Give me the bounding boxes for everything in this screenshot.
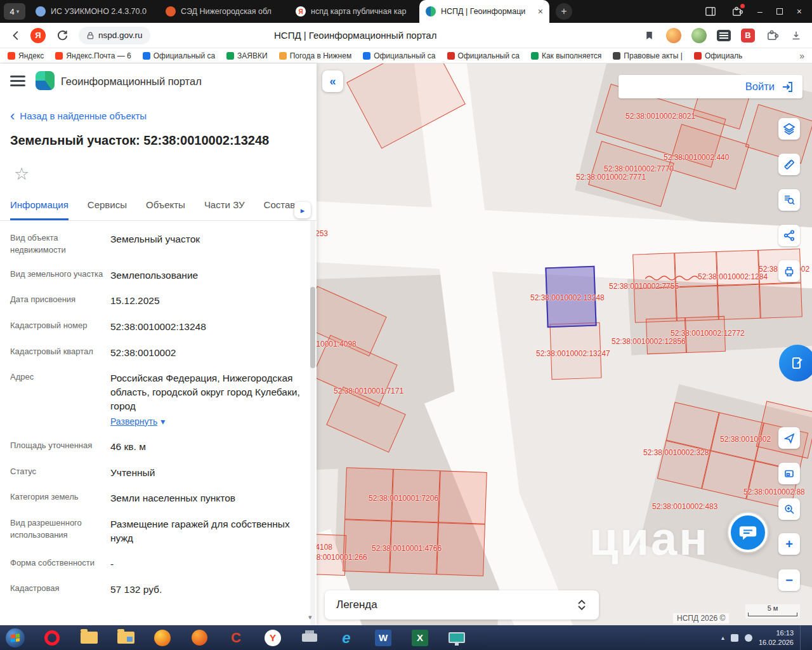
puzzle-icon[interactable] [765,29,779,43]
reader-panel-icon[interactable] [717,30,731,41]
scrollbar-thumb[interactable] [310,287,315,368]
browser-tab-1[interactable]: ИС УЗИКМОНО 2.4.3.70.0 [29,0,159,23]
login-button[interactable]: Войти [619,75,802,98]
info-panel: Геоинформационный портал ‹ Назад в найде… [0,63,317,625]
bookmark-item[interactable]: Официальный са [447,51,520,60]
side-panel-icon[interactable] [704,5,717,18]
tab-composition[interactable]: Состав [264,199,296,220]
bookmark-flag-icon[interactable] [642,29,656,43]
bookmark-item[interactable]: Яндекс [8,51,44,60]
bookmark-favicon [55,52,63,60]
legend-bar[interactable]: Легенда [325,590,599,620]
b-badge-icon[interactable]: B [741,29,755,43]
scroll-down-arrow[interactable]: ▾ [308,613,312,621]
search-area-button[interactable] [778,498,800,520]
browser-tab-3[interactable]: Я нспд карта публичная кар [289,0,419,23]
feedback-widget-button[interactable] [779,345,812,381]
parcel-label: 52:38:0010002:12856 [612,337,686,346]
back-to-results-link[interactable]: ‹ Назад в найденные объекты [10,110,147,121]
minimize-button[interactable]: – [757,6,763,17]
bookmark-item[interactable]: Официальный са [363,51,435,60]
field-value: Земли населенных пунктов [110,491,304,505]
zoom-in-button[interactable]: + [778,533,800,555]
parcel-label: :4108 [317,543,332,552]
yandex-browser-icon[interactable]: Y [263,628,283,648]
extensions-icon[interactable] [731,5,743,18]
bookmark-item[interactable]: Правовые акты | [613,51,683,60]
avatar-icon-1[interactable] [666,28,681,43]
bookmark-item[interactable]: Как выполняется [531,51,601,60]
bookmark-item[interactable]: ЗАЯВКИ [226,51,268,60]
close-tab-icon[interactable]: × [538,6,543,17]
bookmarks-overflow-button[interactable]: » [799,51,804,61]
maximize-button[interactable] [776,8,783,15]
tab-count: 4 [10,7,15,17]
bookmark-item[interactable]: Яндекс.Почта — 6 [55,51,131,60]
tab-title: СЭД Нижегородская обл [181,7,283,16]
tab-count-button[interactable]: 4▾ [4,3,25,20]
bookmarks-bar: Яндекс Яндекс.Почта — 6 Официальный са З… [0,48,812,63]
object-title: Земельный участок: 52:38:0010002:13248 [10,133,306,148]
print-button[interactable] [778,260,800,282]
orange-app-icon[interactable] [189,628,209,648]
locate-button[interactable] [778,427,800,449]
word-icon[interactable]: W [373,628,393,648]
excel-icon[interactable]: X [410,628,430,648]
tray-icon[interactable] [731,634,738,642]
bookmark-item[interactable]: Официаль [694,51,742,60]
back-button[interactable] [9,28,24,43]
new-tab-button[interactable]: + [556,3,572,20]
extent-button[interactable] [778,463,800,484]
field-label: Вид земельного участка [10,269,104,282]
field-value: Размещение гаражей для собственных нужд [110,517,304,545]
bookmark-item[interactable]: Официальный са [143,51,215,60]
parcel-label: 52:38:0010002:483 [652,502,717,511]
tab-parts[interactable]: Части ЗУ [204,199,245,220]
registry-search-button[interactable] [778,189,800,211]
edge-icon[interactable]: e [336,628,357,648]
menu-icon[interactable] [10,76,25,87]
tab-services[interactable]: Сервисы [88,199,127,220]
panel-scrollbar[interactable] [310,221,315,625]
taskbar-clock[interactable]: 16:13 16.02.2026 [759,628,794,647]
tray-icon[interactable] [745,634,752,642]
browser-tab-active[interactable]: НСПД | Геоинформаци × [419,0,549,23]
address-bar[interactable]: nspd.gov.ru [79,27,150,44]
ruler-button[interactable] [778,154,800,175]
close-window-button[interactable]: × [797,6,802,17]
remote-app-icon[interactable] [447,628,467,648]
start-button[interactable] [5,628,25,648]
share-button[interactable] [778,225,800,246]
browser-tab-2[interactable]: СЭД Нижегородская обл [159,0,289,23]
tabs-scroll-right-button[interactable]: ▸ [294,202,311,218]
reload-button[interactable] [55,28,70,43]
avatar-icon-2[interactable] [691,28,707,43]
scanner-icon[interactable] [299,628,320,648]
collapse-panel-button[interactable]: « [322,70,343,92]
layers-button[interactable] [778,118,800,140]
field-value: - [110,557,304,571]
system-tray: ▴ 16:13 16.02.2026 [721,625,812,650]
parcel-label: 52:38:0010002:13247 [536,349,610,358]
yandex-icon[interactable]: Я [30,28,46,43]
downloads-icon[interactable] [789,29,803,43]
tab-title: НСПД | Геоинформаци [441,7,533,16]
bookmark-label: Погода в Нижнем [290,51,352,60]
folder-icon[interactable] [79,628,99,648]
login-icon [781,81,794,93]
favorite-star-icon[interactable]: ☆ [14,164,29,184]
firefox-icon[interactable] [152,628,173,648]
show-desktop-button[interactable] [800,625,806,650]
expand-address-link[interactable]: Развернуть ▾ [110,416,304,428]
folder-documents-icon[interactable] [115,628,136,648]
chat-button[interactable] [728,513,768,552]
map-canvas[interactable]: 52:38:0010002:8021 52:38:0010002:440 52:… [317,63,812,625]
parcel-label: 0010001:4098 [317,340,357,348]
bookmark-item[interactable]: Погода в Нижнем [279,51,352,60]
tab-objects[interactable]: Объекты [146,199,185,220]
tab-information[interactable]: Информация [10,199,69,220]
opera-icon[interactable] [42,628,62,648]
zoom-out-button[interactable]: − [778,569,800,591]
chrome-icon[interactable]: C [226,628,246,648]
tray-expand-icon[interactable]: ▴ [721,634,724,641]
